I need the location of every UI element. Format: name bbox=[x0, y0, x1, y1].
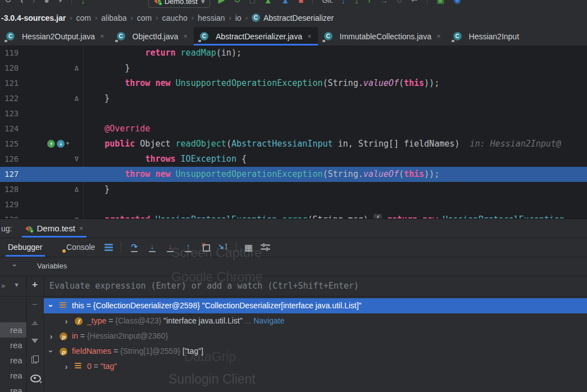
tree-expander-icon[interactable]: › bbox=[48, 329, 54, 344]
show-watches-icon[interactable]: ▼ bbox=[30, 375, 39, 382]
profiler2-icon[interactable]: ▲ bbox=[281, 0, 290, 5]
breadcrumb-item[interactable]: CAbstractDeserializer bbox=[252, 13, 334, 22]
stop-icon[interactable]: ■ bbox=[298, 0, 303, 5]
close-icon[interactable]: × bbox=[307, 32, 312, 40]
restart-debug-icon[interactable]: ↻ bbox=[234, 0, 241, 5]
frame-list-item[interactable]: rea bbox=[0, 368, 26, 383]
tree-expander-icon[interactable]: › bbox=[63, 313, 69, 329]
variable-row[interactable]: ›pfieldNames = {String[1]@2559} ["tag"] bbox=[44, 344, 587, 359]
variable-row[interactable]: ›pin = {Hessian2Input@2360} bbox=[44, 329, 587, 344]
breadcrumb-item[interactable]: io bbox=[235, 13, 242, 22]
proxy-icon[interactable]: ◉ bbox=[453, 0, 461, 5]
fold-marker-icon[interactable]: ∆ bbox=[75, 61, 79, 76]
close-icon[interactable]: × bbox=[100, 32, 104, 40]
git-rollback-icon[interactable]: → bbox=[380, 0, 388, 5]
variables-tab-label[interactable]: Variables bbox=[37, 257, 67, 276]
close-icon[interactable]: × bbox=[436, 32, 441, 40]
code-line[interactable]: 119 return readMap(in); bbox=[0, 45, 587, 61]
add-watch-icon[interactable]: + bbox=[30, 279, 39, 290]
force-step-into-icon[interactable]: ↓ bbox=[165, 243, 175, 252]
breadcrumb-item[interactable]: -3.0.4-sources.jar bbox=[1, 13, 66, 22]
editor-tab[interactable]: CObjectId.java× bbox=[111, 27, 194, 45]
editor-tab[interactable]: CImmutableCollections.java× bbox=[318, 27, 447, 45]
frame-list-item[interactable]: rea bbox=[0, 322, 26, 338]
hotswap-icon[interactable]: ↓ bbox=[81, 0, 85, 5]
restore-layout-icon[interactable] bbox=[261, 242, 270, 252]
breadcrumb-item[interactable]: hessian bbox=[198, 13, 225, 22]
drop-frame-icon[interactable]: × bbox=[201, 243, 210, 252]
fold-marker-icon[interactable]: ∆ bbox=[75, 91, 79, 106]
code-line[interactable]: 123 bbox=[0, 106, 587, 121]
execution-line[interactable]: 127 throw new UnsupportedOperationExcept… bbox=[0, 167, 587, 182]
threads-view-icon[interactable] bbox=[104, 243, 113, 252]
tree-expander-icon[interactable]: › bbox=[44, 349, 59, 354]
code-line[interactable]: 128∆ } bbox=[0, 182, 587, 197]
profiler-icon[interactable]: ▲ bbox=[264, 0, 272, 5]
step-out-icon[interactable]: ↑ bbox=[183, 243, 193, 252]
code-line[interactable]: 121 throw new UnsupportedOperationExcept… bbox=[0, 76, 587, 91]
run-config-select[interactable]: Demo.test▾ bbox=[148, 0, 211, 8]
editor-tab[interactable]: CHessian2Output.java× bbox=[0, 27, 111, 45]
variable-row[interactable]: ›this = {CollectionDeserializer@2598} "C… bbox=[44, 298, 587, 313]
close-icon[interactable]: × bbox=[79, 224, 84, 233]
breadcrumb-item[interactable]: caucho bbox=[162, 13, 188, 22]
nav-forward-icon[interactable]: › bbox=[33, 0, 35, 5]
folded-block-icon[interactable]: ⊞ bbox=[75, 212, 79, 218]
tree-expander-icon[interactable]: › bbox=[63, 359, 69, 374]
nav-back-icon[interactable]: ‹ bbox=[21, 0, 24, 5]
git-history-icon[interactable]: ○ bbox=[397, 0, 402, 5]
user-icon[interactable]: ● bbox=[44, 0, 49, 5]
breadcrumb-item[interactable]: alibaba bbox=[101, 13, 126, 22]
user-dropdown-icon[interactable]: ▾ bbox=[58, 0, 63, 5]
remove-watch-icon[interactable]: − bbox=[30, 299, 39, 311]
debug-session-tab[interactable]: Demo.test × bbox=[22, 219, 87, 238]
overrides-method-icon[interactable]: ↑ bbox=[47, 140, 55, 148]
line-number: 128 bbox=[4, 182, 27, 197]
code-line[interactable]: 126∇ throws IOException { bbox=[0, 152, 587, 167]
code-line[interactable]: 130⊞ protected HessianProtocolException … bbox=[0, 212, 587, 218]
step-into-icon[interactable]: ↓ bbox=[147, 243, 157, 252]
frame-list-item[interactable]: rea bbox=[0, 353, 26, 368]
duplicate-watch-icon[interactable] bbox=[30, 355, 39, 363]
breadcrumb-item[interactable]: com bbox=[137, 13, 152, 22]
editor-tab[interactable]: CHessian2Input bbox=[447, 27, 526, 45]
git-commit-icon[interactable]: ↓ bbox=[354, 0, 359, 5]
implemented-method-icon[interactable]: ↓ bbox=[57, 140, 65, 148]
code-line[interactable]: 124 @Override bbox=[0, 121, 587, 136]
run-to-cursor-icon[interactable]: ↘I bbox=[218, 243, 228, 252]
tab-debugger[interactable]: Debugger bbox=[8, 238, 43, 257]
close-icon[interactable]: × bbox=[183, 32, 188, 40]
step-over-icon[interactable]: ↷ bbox=[129, 243, 139, 252]
code-line[interactable]: 125↑↓▼ public Object readObject(Abstract… bbox=[0, 136, 587, 152]
variable-row[interactable]: ›0 = "tag" bbox=[44, 359, 587, 374]
git-push-icon[interactable]: › bbox=[368, 0, 371, 5]
chevron-down-icon[interactable]: › bbox=[11, 264, 19, 266]
editor-tab[interactable]: CAbstractDeserializer.java× bbox=[194, 27, 318, 45]
git-undo-icon[interactable]: ↩ bbox=[411, 0, 418, 5]
coverage-icon[interactable]: □ bbox=[250, 0, 255, 5]
fold-marker-icon[interactable]: ∆ bbox=[75, 182, 79, 197]
variable-row[interactable]: ›f_type = {Class@423} "interface java.ut… bbox=[44, 313, 587, 329]
breadcrumb-item[interactable]: com bbox=[76, 13, 91, 22]
git-branch-widget[interactable]: Git: bbox=[322, 0, 333, 4]
frames-collapsed-strip[interactable]: reareareareareades bbox=[0, 276, 27, 392]
variables-tree[interactable]: ›this = {CollectionDeserializer@2598} "C… bbox=[44, 296, 587, 392]
code-line[interactable]: 129 bbox=[0, 197, 587, 212]
code-token bbox=[277, 215, 282, 218]
move-watch-up-icon[interactable] bbox=[30, 321, 39, 325]
fold-marker-icon[interactable]: ∇ bbox=[75, 152, 79, 167]
code-line[interactable]: 120∆ } bbox=[0, 61, 587, 76]
move-watch-down-icon[interactable] bbox=[30, 339, 39, 343]
run-icon[interactable]: ▶ bbox=[218, 0, 225, 5]
frame-list-item[interactable]: rea bbox=[0, 383, 26, 392]
git-update-icon[interactable]: ↓ bbox=[342, 0, 346, 5]
frame-list-item[interactable]: rea bbox=[0, 338, 26, 353]
code-line[interactable]: 122∆ } bbox=[0, 91, 587, 106]
tab-console[interactable]: Console bbox=[66, 238, 95, 257]
code-editor[interactable]: 119 return readMap(in);120∆ }121 throw n… bbox=[0, 45, 587, 218]
evaluate-expression-icon[interactable]: ▦ bbox=[244, 242, 253, 253]
evaluate-expression-input[interactable]: Evaluate expression (Enter) or add a wat… bbox=[49, 276, 359, 296]
sync-icon[interactable]: ↻ bbox=[4, 0, 12, 5]
problems-icon[interactable]: ▣ bbox=[436, 0, 444, 5]
tree-expander-icon[interactable]: › bbox=[44, 303, 59, 309]
